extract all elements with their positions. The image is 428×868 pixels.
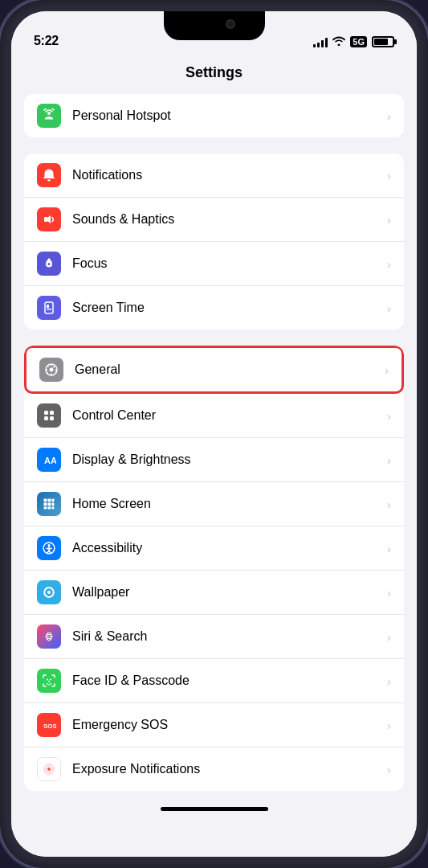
svg-point-31 bbox=[48, 544, 51, 547]
display-brightness-icon: AA bbox=[37, 448, 61, 472]
svg-line-35 bbox=[49, 551, 51, 553]
settings-row-face-id[interactable]: Face ID & Passcode › bbox=[24, 659, 404, 703]
control-center-icon bbox=[37, 403, 61, 428]
svg-point-41 bbox=[50, 679, 51, 681]
siri-search-chevron: › bbox=[387, 630, 391, 644]
settings-row-focus[interactable]: Focus › bbox=[24, 242, 404, 286]
focus-label: Focus bbox=[72, 256, 387, 271]
svg-text:AA: AA bbox=[44, 456, 56, 465]
settings-row-sounds-haptics[interactable]: Sounds & Haptics › bbox=[24, 198, 404, 242]
settings-group-2: Notifications › Sounds & Haptics › bbox=[24, 154, 404, 330]
svg-point-37 bbox=[47, 591, 51, 594]
settings-row-wallpaper[interactable]: Wallpaper › bbox=[24, 571, 404, 615]
settings-group-3: General › Control Center › bbox=[24, 346, 404, 791]
phone-screen: 5:22 5G bbox=[11, 11, 417, 857]
home-screen-chevron: › bbox=[387, 497, 391, 511]
svg-rect-5 bbox=[47, 309, 51, 310]
svg-rect-23 bbox=[52, 499, 55, 502]
general-label: General bbox=[75, 362, 385, 377]
focus-icon bbox=[37, 252, 61, 276]
svg-rect-26 bbox=[52, 503, 55, 506]
screen-time-label: Screen Time bbox=[72, 301, 387, 315]
svg-rect-19 bbox=[50, 416, 54, 420]
notifications-label: Notifications bbox=[72, 168, 387, 182]
svg-rect-3 bbox=[45, 302, 53, 313]
screen-content[interactable]: Settings Personal Hotspot › bbox=[11, 55, 417, 857]
svg-point-40 bbox=[47, 679, 48, 681]
siri-search-label: Siri & Search bbox=[72, 629, 387, 644]
wifi-icon bbox=[332, 35, 345, 48]
emergency-sos-label: Emergency SOS bbox=[72, 718, 387, 732]
home-indicator bbox=[161, 807, 268, 811]
page-title: Settings bbox=[11, 55, 417, 94]
notch bbox=[164, 11, 265, 40]
face-id-icon bbox=[37, 669, 61, 693]
svg-point-2 bbox=[48, 263, 51, 265]
svg-rect-1 bbox=[44, 217, 47, 222]
svg-rect-16 bbox=[44, 411, 48, 415]
svg-rect-9 bbox=[51, 374, 52, 376]
screen-time-chevron: › bbox=[387, 301, 391, 315]
settings-row-accessibility[interactable]: Accessibility › bbox=[24, 526, 404, 571]
settings-row-general[interactable]: General › bbox=[24, 346, 404, 394]
control-center-chevron: › bbox=[387, 409, 391, 423]
general-icon bbox=[39, 358, 63, 382]
personal-hotspot-icon bbox=[37, 104, 61, 128]
settings-row-control-center[interactable]: Control Center › bbox=[24, 394, 404, 438]
emergency-sos-chevron: › bbox=[387, 719, 391, 732]
exposure-chevron: › bbox=[387, 763, 391, 776]
settings-row-siri-search[interactable]: Siri & Search › bbox=[24, 615, 404, 659]
phone-frame: 5:22 5G bbox=[0, 0, 428, 868]
settings-row-exposure[interactable]: Exposure Notifications › bbox=[24, 747, 404, 791]
svg-point-0 bbox=[47, 112, 51, 115]
camera-dot bbox=[226, 19, 235, 29]
accessibility-chevron: › bbox=[387, 542, 391, 555]
wallpaper-label: Wallpaper bbox=[72, 585, 387, 600]
settings-row-screen-time[interactable]: Screen Time › bbox=[24, 286, 404, 330]
svg-rect-24 bbox=[44, 503, 47, 506]
status-time: 5:22 bbox=[34, 34, 59, 48]
accessibility-label: Accessibility bbox=[72, 541, 387, 555]
svg-rect-25 bbox=[48, 503, 51, 506]
svg-point-46 bbox=[48, 768, 51, 771]
settings-row-display-brightness[interactable]: AA Display & Brightness › bbox=[24, 438, 404, 482]
sounds-chevron: › bbox=[387, 213, 391, 227]
sounds-haptics-label: Sounds & Haptics bbox=[72, 212, 387, 227]
accessibility-icon bbox=[37, 536, 61, 560]
control-center-label: Control Center bbox=[72, 408, 387, 423]
svg-rect-18 bbox=[44, 416, 48, 420]
svg-rect-28 bbox=[48, 507, 51, 510]
wallpaper-icon bbox=[37, 580, 61, 604]
signal-icon bbox=[313, 36, 328, 47]
exposure-label: Exposure Notifications bbox=[72, 762, 387, 776]
settings-group-1: Personal Hotspot › bbox=[24, 94, 404, 137]
focus-chevron: › bbox=[387, 257, 391, 271]
settings-row-home-screen[interactable]: Home Screen › bbox=[24, 482, 404, 526]
status-bar: 5:22 5G bbox=[11, 11, 417, 55]
display-brightness-chevron: › bbox=[387, 453, 391, 467]
battery-icon bbox=[372, 36, 394, 47]
svg-text:SOS: SOS bbox=[43, 723, 56, 730]
settings-row-notifications[interactable]: Notifications › bbox=[24, 154, 404, 198]
personal-hotspot-label: Personal Hotspot bbox=[72, 108, 387, 123]
svg-rect-10 bbox=[55, 369, 58, 371]
svg-rect-8 bbox=[51, 364, 52, 366]
svg-rect-17 bbox=[50, 411, 54, 415]
sounds-icon bbox=[37, 207, 61, 231]
svg-rect-27 bbox=[44, 507, 47, 510]
svg-rect-11 bbox=[46, 369, 48, 371]
notifications-chevron: › bbox=[387, 169, 391, 182]
svg-rect-29 bbox=[52, 507, 55, 510]
siri-icon bbox=[37, 624, 61, 649]
general-chevron: › bbox=[385, 363, 389, 377]
settings-row-personal-hotspot[interactable]: Personal Hotspot › bbox=[24, 94, 404, 137]
personal-hotspot-chevron: › bbox=[387, 109, 391, 123]
svg-rect-4 bbox=[47, 305, 49, 308]
emergency-sos-icon: SOS bbox=[37, 713, 61, 737]
notifications-icon bbox=[37, 163, 61, 187]
settings-row-emergency-sos[interactable]: SOS Emergency SOS › bbox=[24, 703, 404, 747]
home-screen-label: Home Screen bbox=[72, 497, 387, 511]
face-id-chevron: › bbox=[387, 674, 391, 688]
home-screen-icon bbox=[37, 492, 61, 516]
wallpaper-chevron: › bbox=[387, 586, 391, 600]
